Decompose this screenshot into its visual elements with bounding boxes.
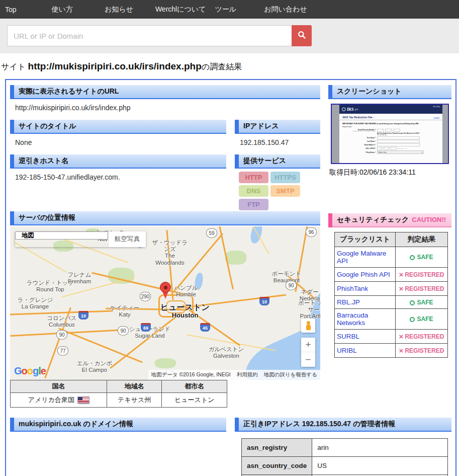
nav-item-news[interactable]: お知らせ — [105, 5, 133, 14]
page-title-prefix: サイト — [1, 62, 28, 71]
irs-logo-icon — [342, 107, 346, 111]
blacklist-link[interactable]: Google Phish API — [335, 268, 396, 282]
route-shield: 59 — [206, 228, 217, 238]
irs-exit-help: Exit | Help — [433, 106, 440, 108]
irs-last-name-label: Last Name * — [339, 140, 377, 142]
blacklist-link[interactable]: Barracuda Networks — [335, 309, 396, 330]
geo-table: 国名 地域名 都市名 アメリカ合衆国 テキサス州 ヒューストン — [10, 380, 227, 408]
section-ip-header: IPアドレス — [235, 120, 320, 134]
search-icon — [298, 31, 306, 41]
route-shield: 90 — [286, 281, 297, 290]
result-registered: ×REGISTERED — [396, 344, 448, 358]
search-input[interactable] — [7, 25, 292, 46]
badge-http: HTTP — [239, 172, 268, 183]
pegman-button[interactable] — [301, 319, 315, 333]
section-services-header: 提供サービス — [235, 154, 320, 169]
map-place: ハンブルHumble — [174, 285, 198, 298]
security-col-result: 判定結果 — [396, 232, 448, 247]
irs-filing-label: Filing Status * — [339, 151, 377, 153]
irs-brand: IRS — [347, 107, 353, 112]
result-registered: ×REGISTERED — [396, 268, 448, 282]
map-place: ガルベストンGalveston — [209, 346, 244, 359]
nav-item-tools[interactable]: ツール — [215, 5, 237, 14]
badge-ftp: FTP — [239, 199, 268, 210]
server-location-map[interactable]: ナバソータNavasota ザ・ウッドランズThe Woodlands フレナム… — [10, 226, 320, 380]
nav-item-top[interactable]: Top — [5, 6, 17, 14]
security-check-table: ブラックリスト 判定結果 Google Malware API SAFE Goo… — [334, 232, 448, 358]
route-shield: 90 — [118, 326, 129, 336]
geo-header-region: 地域名 — [107, 380, 162, 393]
result-registered: ×REGISTERED — [396, 282, 448, 296]
registered-x-icon: × — [399, 346, 404, 355]
report-error-link[interactable]: 地図の誤りを報告する — [261, 370, 320, 380]
map-type-switcher: 地図 航空写真 — [15, 231, 146, 247]
map-city-label: ヒューストンHouston — [160, 303, 210, 320]
blacklist-link[interactable]: Google Malware API — [335, 247, 396, 268]
terms-link[interactable]: 利用規約 — [234, 370, 261, 380]
safe-circle-icon — [410, 317, 415, 322]
section-location-header: サーバの位置情報 — [10, 211, 320, 225]
route-shield: 10 — [78, 311, 88, 320]
site-screenshot-thumbnail[interactable]: IRS .gov Exit | Help 2015 Tax Reduction … — [331, 104, 449, 164]
zoom-in-button[interactable]: + — [301, 338, 315, 352]
section-domain-info-header: mukispiripiri.co.uk のドメイン情報 — [10, 418, 226, 432]
table-row: asn_registry arin — [242, 439, 448, 457]
asn-key: asn_country_code — [242, 457, 312, 475]
section-reverse-host-header: 逆引きホスト名 — [10, 154, 226, 169]
us-flag-icon — [78, 397, 89, 403]
nav-item-about[interactable]: Werchlについて — [155, 5, 206, 14]
route-shield: 90 — [56, 330, 67, 340]
table-row: PhishTank ×REGISTERED — [335, 282, 448, 296]
irs-dob-label: Date of Birth * — [339, 147, 377, 149]
zoom-out-button[interactable]: − — [301, 352, 315, 367]
registered-x-icon: × — [399, 270, 404, 279]
map-place: ポート アーサーPort Arthur — [298, 300, 320, 320]
reverse-host-value: 192-185-150-47.unifiedlayer.com. — [10, 169, 226, 189]
blacklist-link[interactable]: SURBL — [335, 330, 396, 344]
map-place: エル・カンポEl Campo — [77, 360, 112, 373]
nav-item-contact[interactable]: お問い合わせ — [264, 5, 307, 14]
geo-region-cell: テキサス州 — [107, 393, 162, 408]
google-logo[interactable]: Google — [14, 365, 46, 377]
route-shield: 290 — [140, 292, 151, 301]
security-col-blacklist: ブラックリスト — [335, 232, 396, 247]
blacklist-link[interactable]: PhishTank — [335, 282, 396, 296]
irs-brand-suffix: .gov — [354, 108, 358, 111]
section-site-title-header: サイトのタイトル — [10, 120, 226, 134]
map-marker-pin[interactable] — [160, 282, 171, 299]
section-screenshot-header: スクリーンショット — [328, 85, 451, 99]
route-shield: 10 — [259, 297, 269, 305]
map-zoom-control: + − — [301, 338, 315, 367]
irs-page-title: 2015 Tax Reduction File - — [342, 116, 374, 119]
irs-lang-link: español — [434, 117, 439, 119]
table-row: asn_country_code US — [242, 457, 448, 475]
map-place: ケイティーKaty — [110, 305, 140, 318]
irs-email-label: Email Address * — [339, 144, 377, 145]
table-row: URIBL ×REGISTERED — [335, 344, 448, 358]
registered-x-icon: × — [399, 332, 404, 341]
map-place: ラウンド・トップRound Top — [27, 280, 74, 293]
irs-dob-hint: MM / DD / YYYY — [398, 147, 407, 149]
blacklist-link[interactable]: RBL.JP — [335, 296, 396, 309]
search-bar — [0, 19, 459, 53]
search-button[interactable] — [292, 25, 312, 46]
irs-ssn-label: Social Security Number *or Individual Ta… — [339, 129, 377, 132]
nav-item-usage[interactable]: 使い方 — [52, 5, 73, 14]
map-data-credit: 地図データ ©2016 Google, INEGI — [148, 370, 234, 380]
route-shield: 77 — [57, 346, 68, 356]
irs-mock-page: IRS .gov Exit | Help 2015 Tax Reduction … — [339, 105, 442, 164]
map-type-map-button[interactable]: 地図 — [15, 231, 108, 240]
blacklist-link[interactable]: URIBL — [335, 344, 396, 358]
irs-filing-select: Select One▾ — [377, 150, 424, 154]
result-panel: 実際に表示されるサイトのURL http://mukispiripiri.co.… — [5, 79, 456, 476]
section-security-header: セキュリティチェックCAUTION!! — [328, 213, 451, 227]
map-type-satellite-button[interactable]: 航空写真 — [108, 231, 146, 247]
capture-datetime: 取得日時:02/06/16 23:34:11 — [329, 168, 451, 177]
route-shield: 69 — [141, 323, 151, 332]
badge-https: HTTPS — [270, 172, 300, 183]
geo-city-cell: ヒューストン — [162, 393, 227, 408]
asn-key: asn_registry — [242, 439, 312, 457]
route-shield: 96 — [306, 227, 317, 237]
table-row: RBL.JP SAFE — [335, 296, 448, 309]
map-place: ラ・グレンジLa Grange — [18, 297, 53, 310]
